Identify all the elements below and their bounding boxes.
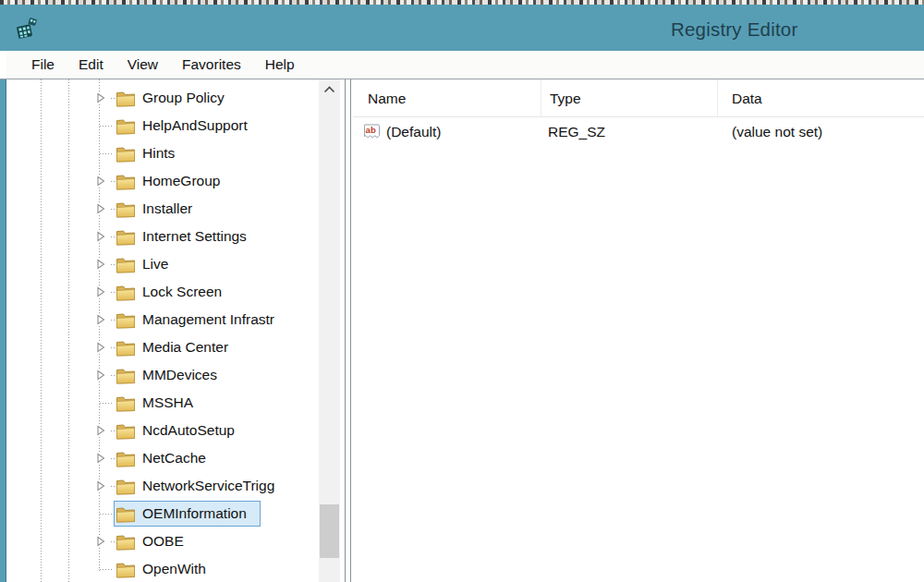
tree-item[interactable]: Internet Settings [7,223,340,250]
tree-item-body[interactable]: HomeGroup [114,168,226,194]
tree-item-label: NetCache [142,450,206,467]
tree-item[interactable]: Media Center [7,333,340,361]
window-body: Group PolicyHelpAndSupportHintsHomeGroup… [0,79,924,582]
column-header-name[interactable]: Name [368,79,406,117]
folder-icon [116,228,136,246]
expand-arrow-icon[interactable] [94,202,107,215]
expand-arrow-icon[interactable] [94,91,107,104]
folder-icon [116,256,136,273]
tree-item-label: HelpAndSupport [142,117,248,134]
tree-item-selected[interactable]: OEMInformation [114,501,261,527]
folder-icon [116,90,136,107]
string-value-icon: ab [363,123,382,140]
folder-icon [116,533,136,551]
window-left-border [0,79,6,582]
tree-item-label: HomeGroup [142,173,220,189]
tree-item-label: Group Policy [142,90,225,106]
tree-item-body[interactable]: NetworkServiceTrigg [114,473,281,499]
folder-icon [116,200,136,218]
tree-item[interactable]: Lock Screen [7,278,340,306]
registry-tree-pane[interactable]: Group PolicyHelpAndSupportHintsHomeGroup… [7,79,340,582]
expand-arrow-icon[interactable] [94,175,107,188]
tree-item-body[interactable]: Management Infrastr [114,307,281,333]
tree-item-label: NcdAutoSetup [142,422,235,439]
tree-item[interactable]: NetCache [7,444,340,472]
tree-item-body[interactable]: MSSHA [114,390,200,416]
folder-icon [116,117,136,135]
expand-arrow-icon[interactable] [94,230,107,243]
tree-item[interactable]: Installer [7,195,340,223]
tree-item-label: OpenWith [142,561,206,577]
value-name: (Default) [386,118,441,146]
column-header-data[interactable]: Data [732,79,762,117]
tree-item-body[interactable]: OpenWith [114,556,213,582]
expand-arrow-icon[interactable] [94,258,107,271]
tree-item-body[interactable]: NcdAutoSetup [114,418,241,443]
menu-edit[interactable]: Edit [67,51,116,79]
expand-arrow-icon[interactable] [94,341,107,354]
tree-item[interactable]: HelpAndSupport [7,112,340,139]
tree-item-label: MMDevices [142,367,217,383]
tree-item[interactable]: MMDevices [7,361,340,389]
scrollbar-up-arrow-icon[interactable] [319,79,340,100]
pane-splitter[interactable] [350,79,351,582]
tree-item[interactable]: MSSHA [7,389,340,417]
tree-item[interactable]: HomeGroup [7,167,340,195]
menu-file[interactable]: File [19,51,67,79]
column-separator[interactable] [541,79,541,117]
tree-item-label: Live [142,256,168,273]
values-list-pane[interactable]: Name Type Data ab (Default) REG_SZ (valu… [353,79,924,582]
expand-arrow-icon[interactable] [94,285,107,298]
tree-item-body[interactable]: Internet Settings [114,224,253,249]
tree-item[interactable]: Live [7,250,340,278]
tree-item-body[interactable]: NetCache [114,445,213,471]
titlebar[interactable]: Registry Editor [0,5,924,51]
expand-arrow-icon[interactable] [94,479,107,492]
menu-view[interactable]: View [116,51,170,79]
folder-icon [116,339,136,357]
tree-item-body[interactable]: Lock Screen [114,279,228,305]
expand-arrow-icon[interactable] [94,369,107,382]
folder-icon [116,311,136,329]
menu-help[interactable]: Help [253,51,307,79]
tree-item-body[interactable]: Hints [114,140,181,166]
tree-item-body[interactable]: Media Center [114,334,235,360]
tree-rows: Group PolicyHelpAndSupportHintsHomeGroup… [7,84,340,582]
tree-item-body[interactable]: MMDevices [114,362,224,388]
column-separator[interactable] [717,79,718,117]
tree-item[interactable]: Hints [7,139,340,167]
expand-arrow-icon[interactable] [94,452,107,465]
expand-arrow-icon[interactable] [94,424,107,437]
menu-favorites[interactable]: Favorites [170,51,253,79]
tree-item-label: OEMInformation [142,505,247,522]
tree-item[interactable]: NcdAutoSetup [7,417,340,444]
tree-item-label: NetworkServiceTrigg [142,478,274,494]
folder-icon [116,173,136,190]
expand-arrow-icon[interactable] [94,313,107,326]
tree-item[interactable]: Group Policy [7,84,340,112]
regedit-app-icon [15,17,39,41]
column-header-type[interactable]: Type [550,79,581,117]
tree-item-body[interactable]: Installer [114,196,199,222]
tree-item-body[interactable]: OOBE [114,528,190,554]
folder-icon [116,505,136,523]
folder-icon [116,145,136,163]
window-title: Registry Editor [671,18,797,41]
value-row-default[interactable]: ab (Default) REG_SZ (value not set) [353,118,924,146]
value-type: REG_SZ [548,118,605,146]
scrollbar-thumb[interactable] [320,504,339,558]
folder-icon [116,394,136,412]
tree-item[interactable]: NetworkServiceTrigg [7,472,340,500]
tree-item[interactable]: OEMInformation [7,500,340,527]
tree-item[interactable]: Management Infrastr [7,306,340,333]
expand-arrow-icon[interactable] [94,535,107,548]
tree-item-body[interactable]: Group Policy [114,85,231,111]
tree-item-body[interactable]: Live [114,251,175,277]
tree-item-body[interactable]: HelpAndSupport [114,113,254,139]
tree-item[interactable]: OOBE [7,527,340,555]
tree-item-label: Hints [142,145,175,162]
tree-item[interactable]: OpenWith [7,555,340,582]
tree-scrollbar[interactable] [319,79,340,582]
pane-splitter[interactable] [345,79,346,582]
tree-item-label: Management Infrastr [142,311,274,328]
